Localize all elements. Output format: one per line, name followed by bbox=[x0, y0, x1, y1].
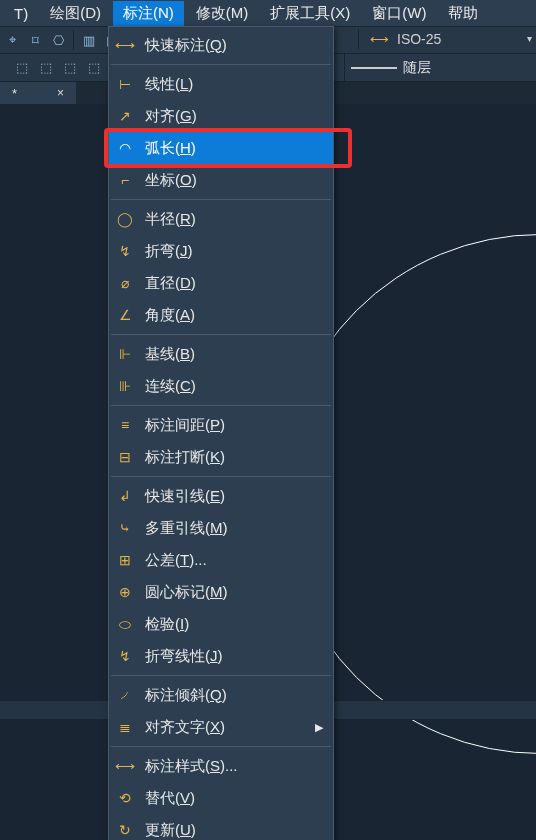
submenu-arrow-icon: ▶ bbox=[315, 721, 323, 734]
menu-t[interactable]: T) bbox=[4, 2, 38, 25]
menu-item-label: 角度(A) bbox=[145, 306, 325, 325]
menu-item-angular-dim-icon[interactable]: ∠角度(A) bbox=[109, 299, 333, 331]
menu-item-label: 对齐文字(X) bbox=[145, 718, 325, 737]
update-icon: ↻ bbox=[115, 820, 135, 840]
tool-icon-4[interactable]: ▥ bbox=[79, 30, 99, 50]
menu-item-label: 更新(U) bbox=[145, 821, 325, 840]
menu-item-diameter-dim-icon[interactable]: ⌀直径(D) bbox=[109, 267, 333, 299]
jogged-dim-icon: ↯ bbox=[115, 241, 135, 261]
diameter-dim-icon: ⌀ bbox=[115, 273, 135, 293]
menu-item-label: 检验(I) bbox=[145, 615, 325, 634]
menu-modify[interactable]: 修改(M) bbox=[186, 1, 259, 26]
menu-separator bbox=[111, 334, 331, 335]
menu-item-label: 弧长(H) bbox=[145, 139, 325, 158]
menu-item-label: 连续(C) bbox=[145, 377, 325, 396]
dimstyle-selector[interactable]: ⟷ ISO-25 bbox=[356, 29, 441, 49]
menu-item-quick-leader-icon[interactable]: ↲快速引线(E) bbox=[109, 480, 333, 512]
layer-icon-1[interactable]: ⬚ bbox=[12, 58, 32, 78]
center-mark-icon: ⊕ bbox=[115, 582, 135, 602]
jogged-linear-icon: ↯ bbox=[115, 646, 135, 666]
menu-item-update-icon[interactable]: ↻更新(U) bbox=[109, 814, 333, 840]
toolbar-divider bbox=[358, 29, 359, 49]
tool-icon-2[interactable]: ⌑ bbox=[25, 30, 45, 50]
menu-separator bbox=[111, 64, 331, 65]
menu-separator bbox=[111, 199, 331, 200]
menu-item-align-text-icon[interactable]: ≣对齐文字(X)▶ bbox=[109, 711, 333, 743]
tab-close-button[interactable]: × bbox=[57, 86, 64, 100]
linetype-selector[interactable]: 随层 bbox=[344, 54, 431, 82]
menu-item-tolerance-icon[interactable]: ⊞公差(T)... bbox=[109, 544, 333, 576]
menu-item-ordinate-dim-icon[interactable]: ⌐坐标(O) bbox=[109, 164, 333, 196]
baseline-dim-icon: ⊩ bbox=[115, 344, 135, 364]
dim-space-icon: ≡ bbox=[115, 415, 135, 435]
document-tab[interactable]: * × bbox=[0, 82, 76, 104]
menu-item-center-mark-icon[interactable]: ⊕圆心标记(M) bbox=[109, 576, 333, 608]
menu-item-label: 半径(R) bbox=[145, 210, 325, 229]
layer-icon-4[interactable]: ⬚ bbox=[84, 58, 104, 78]
aligned-dim-icon: ↗ bbox=[115, 106, 135, 126]
menu-extend-tools[interactable]: 扩展工具(X) bbox=[260, 1, 360, 26]
mleader-icon: ⤷ bbox=[115, 518, 135, 538]
menu-item-continue-dim-icon[interactable]: ⊪连续(C) bbox=[109, 370, 333, 402]
menu-draw[interactable]: 绘图(D) bbox=[40, 1, 111, 26]
override-icon: ⟲ bbox=[115, 788, 135, 808]
menu-help[interactable]: 帮助 bbox=[438, 1, 488, 26]
menu-item-label: 标注间距(P) bbox=[145, 416, 325, 435]
menu-separator bbox=[111, 746, 331, 747]
menu-window[interactable]: 窗口(W) bbox=[362, 1, 436, 26]
continue-dim-icon: ⊪ bbox=[115, 376, 135, 396]
align-text-icon: ≣ bbox=[115, 717, 135, 737]
angular-dim-icon: ∠ bbox=[115, 305, 135, 325]
menu-item-label: 坐标(O) bbox=[145, 171, 325, 190]
menu-item-label: 折弯线性(J) bbox=[145, 647, 325, 666]
menu-item-label: 基线(B) bbox=[145, 345, 325, 364]
menu-item-oblique-icon[interactable]: ⟋标注倾斜(Q) bbox=[109, 679, 333, 711]
dim-break-icon: ⊟ bbox=[115, 447, 135, 467]
menu-item-dim-space-icon[interactable]: ≡标注间距(P) bbox=[109, 409, 333, 441]
menu-item-dim-style-icon[interactable]: ⟷标注样式(S)... bbox=[109, 750, 333, 782]
menu-item-label: 折弯(J) bbox=[145, 242, 325, 261]
menu-dimension[interactable]: 标注(N) bbox=[113, 1, 184, 26]
linetype-preview bbox=[351, 67, 397, 69]
menu-item-arc-length-icon[interactable]: ◠弧长(H) bbox=[109, 132, 333, 164]
menu-item-label: 标注倾斜(Q) bbox=[145, 686, 325, 705]
dim-style-icon: ⟷ bbox=[115, 756, 135, 776]
menu-item-label: 圆心标记(M) bbox=[145, 583, 325, 602]
tab-label: * bbox=[12, 86, 17, 101]
quick-dim-icon: ⟷ bbox=[115, 35, 135, 55]
dimstyle-icon: ⟷ bbox=[367, 30, 391, 48]
oblique-icon: ⟋ bbox=[115, 685, 135, 705]
menu-item-label: 快速标注(Q) bbox=[145, 36, 325, 55]
tool-icon-1[interactable]: ⌖ bbox=[2, 30, 22, 50]
menu-item-label: 公差(T)... bbox=[145, 551, 325, 570]
top-menubar: T) 绘图(D) 标注(N) 修改(M) 扩展工具(X) 窗口(W) 帮助 bbox=[0, 0, 536, 26]
menu-item-dim-break-icon[interactable]: ⊟标注打断(K) bbox=[109, 441, 333, 473]
menu-item-mleader-icon[interactable]: ⤷多重引线(M) bbox=[109, 512, 333, 544]
menu-item-linear-dim-icon[interactable]: ⊢线性(L) bbox=[109, 68, 333, 100]
menu-item-label: 多重引线(M) bbox=[145, 519, 325, 538]
layer-icon-3[interactable]: ⬚ bbox=[60, 58, 80, 78]
linetype-value: 随层 bbox=[403, 59, 431, 77]
menu-item-radius-dim-icon[interactable]: ◯半径(R) bbox=[109, 203, 333, 235]
layer-icon-2[interactable]: ⬚ bbox=[36, 58, 56, 78]
menu-separator bbox=[111, 675, 331, 676]
menu-separator bbox=[111, 476, 331, 477]
linear-dim-icon: ⊢ bbox=[115, 74, 135, 94]
menu-item-label: 标注打断(K) bbox=[145, 448, 325, 467]
menu-separator bbox=[111, 405, 331, 406]
menu-item-quick-dim-icon[interactable]: ⟷快速标注(Q) bbox=[109, 29, 333, 61]
menu-item-aligned-dim-icon[interactable]: ↗对齐(G) bbox=[109, 100, 333, 132]
menu-item-jogged-dim-icon[interactable]: ↯折弯(J) bbox=[109, 235, 333, 267]
tool-icon-3[interactable]: ⎔ bbox=[48, 30, 68, 50]
menu-item-jogged-linear-icon[interactable]: ↯折弯线性(J) bbox=[109, 640, 333, 672]
menu-item-inspect-icon[interactable]: ⬭检验(I) bbox=[109, 608, 333, 640]
menu-item-label: 替代(V) bbox=[145, 789, 325, 808]
quick-leader-icon: ↲ bbox=[115, 486, 135, 506]
radius-dim-icon: ◯ bbox=[115, 209, 135, 229]
ordinate-dim-icon: ⌐ bbox=[115, 170, 135, 190]
dimstyle-dropdown-arrow[interactable]: ▾ bbox=[527, 33, 532, 44]
menu-item-label: 标注样式(S)... bbox=[145, 757, 325, 776]
menu-item-baseline-dim-icon[interactable]: ⊩基线(B) bbox=[109, 338, 333, 370]
toolbar-divider bbox=[73, 30, 74, 50]
menu-item-override-icon[interactable]: ⟲替代(V) bbox=[109, 782, 333, 814]
